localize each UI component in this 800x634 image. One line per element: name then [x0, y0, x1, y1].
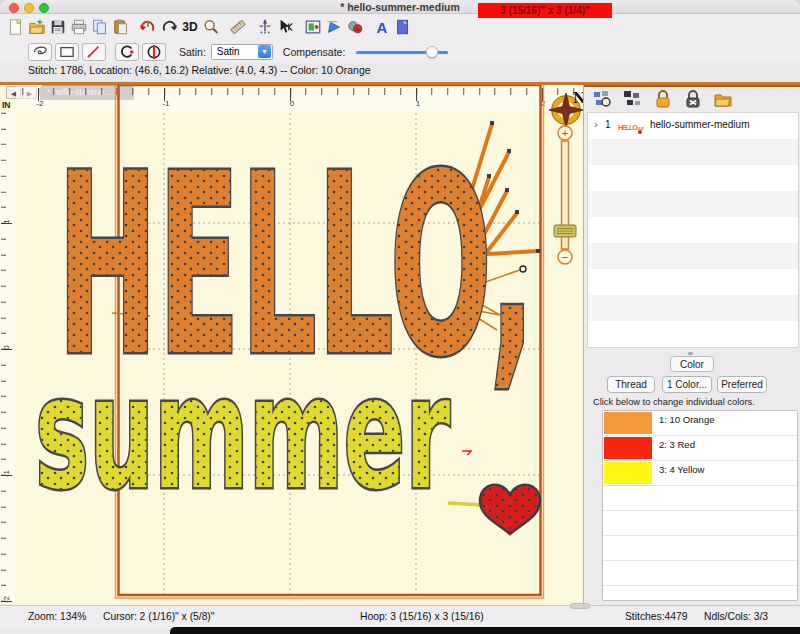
center-design-icon[interactable]: [255, 17, 275, 37]
titlebar: * hello-summer-medium: [0, 0, 800, 14]
disclosure-triangle-icon[interactable]: ›: [594, 118, 598, 130]
color-row[interactable]: 2: 3 Red: [603, 436, 797, 461]
rectangle-select-icon[interactable]: [55, 43, 79, 61]
mirror-vertical-icon[interactable]: [142, 43, 166, 61]
color-swatch[interactable]: [604, 462, 652, 484]
lock-icon[interactable]: [652, 89, 674, 109]
dock-strip: [170, 627, 800, 634]
lettering-icon[interactable]: A: [372, 17, 392, 37]
compass-north-label: N: [573, 90, 583, 106]
design-name: hello-summer-medium: [650, 119, 749, 130]
paste-icon[interactable]: [111, 17, 131, 37]
satin-dropdown[interactable]: Satin ▼: [211, 44, 273, 60]
color-row-empty: [603, 561, 797, 586]
sew-simulator-icon[interactable]: [324, 17, 344, 37]
chevron-down-icon: ▼: [258, 45, 271, 58]
stitch-status-text: Stitch: 1786, Location: (46.6, 16.2) Rel…: [28, 64, 788, 81]
new-document-icon[interactable]: [6, 17, 26, 37]
rotate-icon[interactable]: [115, 43, 139, 61]
redo-icon[interactable]: [159, 17, 179, 37]
design-index: 1: [605, 119, 611, 130]
draw-stitch-icon[interactable]: [82, 43, 106, 61]
zoom-out-label: −: [562, 251, 568, 263]
color-row-empty: [603, 511, 797, 536]
compass-icon[interactable]: N: [549, 90, 583, 127]
color-row[interactable]: 1: 10 Orange: [603, 411, 797, 436]
satin-label: Satin:: [179, 46, 206, 58]
insertion-cursor-mark: [462, 451, 471, 455]
color-caption: Click below to change individual colors.: [593, 397, 755, 407]
status-bar: Zoom: 134% Cursor: 2 (1/16)" x (5/8)" Ho…: [0, 605, 800, 628]
list-row-empty: [588, 295, 798, 321]
stitch-select-icon[interactable]: [276, 17, 296, 37]
color-swatch[interactable]: [604, 437, 652, 459]
compensate-slider[interactable]: [356, 45, 448, 59]
main-toolbar: 3D A: [0, 14, 800, 40]
objects-toolbar: [592, 89, 734, 109]
color-tab-button[interactable]: Color: [670, 356, 714, 372]
color-label: 3: 4 Yellow: [659, 464, 704, 475]
color-label: 1: 10 Orange: [659, 414, 714, 425]
edit-toolbar: Satin: Satin ▼ Compensate:: [0, 40, 800, 63]
undo-icon[interactable]: [138, 17, 158, 37]
color-label: 2: 3 Red: [659, 439, 695, 450]
measure-icon[interactable]: [228, 17, 248, 37]
color-row[interactable]: 3: 4 Yellow: [603, 461, 797, 486]
heart-motif-stitches: [480, 485, 540, 534]
app-window: * hello-summer-medium 3D A Satin:: [0, 0, 800, 634]
zoom-icon[interactable]: [201, 17, 221, 37]
compensate-label: Compensate:: [283, 46, 345, 58]
print-icon[interactable]: [69, 17, 89, 37]
list-row-empty: [588, 321, 798, 347]
zoom-status: Zoom: 134%: [28, 611, 86, 622]
needles-colors: Ndls/Cols: 3/3: [704, 611, 768, 622]
design-canvas-pane[interactable]: ◀ ▶ * hello-summe… -2 -1 0 1 2 1 0 -1 -2…: [0, 85, 584, 605]
save-icon[interactable]: [48, 17, 68, 37]
design-thumbnail: HELLOsummer: [618, 116, 644, 136]
heart-connector-thread: [448, 503, 484, 505]
open-folder-icon[interactable]: [27, 17, 47, 37]
load-folder-icon[interactable]: [712, 89, 734, 109]
compensate-slider-thumb[interactable]: [426, 46, 438, 58]
embroidery-design[interactable]: HELLO, HELLO, summer summer N +: [0, 85, 583, 605]
preferred-button[interactable]: Preferred: [717, 376, 767, 393]
panel-top-border: [584, 85, 800, 87]
color-row-empty: [603, 586, 797, 601]
birdseye-view-icon[interactable]: [592, 89, 614, 109]
list-row-empty: [588, 217, 798, 243]
design-list-item[interactable]: › 1 HELLOsummer hello-summer-medium: [588, 113, 798, 139]
objects-panel: › 1 HELLOsummer hello-summer-medium Colo…: [584, 85, 800, 605]
color-row-empty: [603, 486, 797, 511]
3d-view-icon[interactable]: 3D: [180, 17, 200, 37]
zoom-in-label: +: [562, 127, 568, 139]
satin-dropdown-value: Satin: [217, 46, 240, 57]
one-color-button[interactable]: 1 Color...: [662, 376, 712, 393]
overview-mode-icon[interactable]: [622, 89, 644, 109]
thread-palette-icon[interactable]: [345, 17, 365, 37]
cursor-status: Cursor: 2 (1/16)" x (5/8)": [103, 611, 214, 622]
list-row-empty: [588, 243, 798, 269]
stitch-count: Stitches:4479: [625, 611, 687, 622]
list-row-empty: [588, 269, 798, 295]
design-notes-icon[interactable]: [393, 17, 413, 37]
color-list: 1: 10 Orange 2: 3 Red 3: 4 Yellow: [602, 410, 798, 601]
object-properties-icon[interactable]: [303, 17, 323, 37]
window-title: * hello-summer-medium: [0, 1, 800, 13]
list-row-empty: [588, 165, 798, 191]
canvas-zoom-slider[interactable]: + −: [554, 126, 576, 264]
lock-all-icon[interactable]: [682, 89, 704, 109]
lasso-select-icon[interactable]: [28, 43, 52, 61]
list-row-empty: [588, 191, 798, 217]
copy-icon[interactable]: [90, 17, 110, 37]
color-row-empty: [603, 536, 797, 561]
design-text-summer-stitches: summer: [35, 343, 450, 524]
list-row-empty: [588, 139, 798, 165]
thread-button[interactable]: Thread: [607, 376, 655, 393]
design-size-alert: 3 (15/16)" x 3 (1/4)": [478, 3, 612, 18]
color-swatch[interactable]: [604, 412, 652, 434]
design-object-list: › 1 HELLOsummer hello-summer-medium: [587, 112, 799, 348]
hoop-status: Hoop: 3 (15/16) x 3 (15/16): [360, 611, 484, 622]
